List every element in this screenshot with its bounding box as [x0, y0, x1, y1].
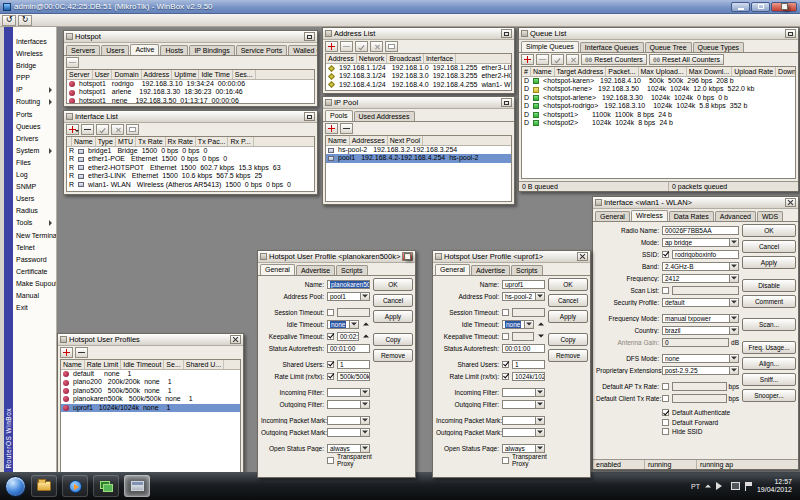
- add-button[interactable]: [66, 124, 79, 135]
- table-row[interactable]: hotspot1 nene 192.168.3.5001:13:17 00:00…: [67, 97, 314, 104]
- sidebar-item-tools[interactable]: Tools: [13, 217, 56, 229]
- dropdown-arrow-icon[interactable]: [361, 388, 370, 397]
- outgoing-filter-field[interactable]: [502, 400, 536, 409]
- keepalive-checkbox[interactable]: [502, 333, 509, 340]
- add-button[interactable]: [325, 123, 338, 134]
- tab-servers[interactable]: Servers: [66, 45, 100, 55]
- dropdown-arrow-icon[interactable]: [536, 444, 545, 453]
- close-button[interactable]: [785, 198, 796, 207]
- comment-button[interactable]: [126, 124, 139, 135]
- tab-ip-bindings[interactable]: IP Bindings: [189, 45, 234, 55]
- address-pool-field[interactable]: hs-pool-2: [502, 292, 536, 301]
- tab-active[interactable]: Active: [130, 44, 159, 55]
- keepalive-field[interactable]: 00:02:00: [337, 332, 359, 341]
- security-profile-field[interactable]: default: [662, 298, 730, 307]
- remove-button[interactable]: [536, 54, 549, 65]
- open-status-page-field[interactable]: always: [502, 444, 536, 453]
- default-forward-checkbox[interactable]: [662, 419, 669, 426]
- taskbar-network-button[interactable]: [93, 475, 119, 497]
- interface-list-titlebar[interactable]: Interface List: [64, 111, 317, 123]
- copy-button[interactable]: Copy: [373, 333, 413, 346]
- language-indicator[interactable]: PT: [691, 483, 700, 490]
- sidebar-item-ppp[interactable]: PPP: [13, 72, 56, 84]
- sidebar-item-drivers[interactable]: Drivers: [13, 133, 56, 145]
- session-timeout-checkbox[interactable]: [327, 309, 334, 316]
- dropdown-arrow-icon[interactable]: [730, 298, 739, 307]
- frequency-field[interactable]: 2412: [662, 274, 730, 283]
- sidebar-item-log[interactable]: Log: [13, 169, 56, 181]
- network-status-icon[interactable]: [731, 482, 740, 490]
- table-row[interactable]: D <hotspot-arlene> 192.168.3.30 1024k102…: [522, 94, 795, 102]
- maximize-button[interactable]: [501, 98, 512, 107]
- remove-button[interactable]: [340, 123, 353, 134]
- shared-users-field[interactable]: 1: [512, 360, 545, 369]
- table-row[interactable]: hotspot1 arlene 192.168.3.3018:36:23 00:…: [67, 88, 314, 96]
- tab-hosts[interactable]: Hosts: [160, 45, 188, 55]
- tab-pools[interactable]: Pools: [325, 110, 353, 121]
- dropdown-arrow-icon[interactable]: [536, 292, 545, 301]
- scan-button[interactable]: Scan...: [742, 318, 796, 331]
- band-field[interactable]: 2.4GHz-B: [662, 262, 730, 271]
- tab-scripts[interactable]: Scripts: [336, 265, 367, 275]
- close-button[interactable]: [402, 252, 413, 261]
- dropdown-arrow-icon[interactable]: [361, 444, 370, 453]
- proprietary-extensions-field[interactable]: post-2.9.25: [662, 366, 730, 375]
- maximize-button[interactable]: [304, 32, 315, 41]
- sidebar-item-make-supout[interactable]: Make Supout.rif: [13, 278, 56, 290]
- tab-advertise[interactable]: Advertise: [296, 265, 335, 275]
- sidebar-item-new-terminal[interactable]: New Terminal: [13, 230, 56, 242]
- add-button[interactable]: [325, 41, 338, 52]
- table-row[interactable]: D <hotspot1> 1100k1100k 8 bps24 b: [522, 111, 795, 119]
- sidebar-item-queues[interactable]: Queues: [13, 121, 56, 133]
- tab-scripts[interactable]: Scripts: [511, 265, 542, 275]
- dropdown-arrow-icon[interactable]: [361, 400, 370, 409]
- tab-general[interactable]: General: [435, 264, 470, 275]
- table-row[interactable]: D <hotspot2> 1024k1024k 8 bps24 b: [522, 119, 795, 127]
- maximize-button[interactable]: [304, 112, 315, 121]
- rate-limit-checkbox[interactable]: [502, 373, 509, 380]
- remove-button[interactable]: [81, 124, 94, 135]
- hide-ssid-checkbox[interactable]: [662, 428, 669, 435]
- shared-users-field[interactable]: 1: [337, 360, 370, 369]
- remove-button[interactable]: [75, 347, 88, 358]
- transparent-proxy-checkbox[interactable]: [502, 457, 509, 464]
- spin-up-icon[interactable]: [536, 320, 545, 329]
- outgoing-packet-mark-field[interactable]: [327, 428, 361, 437]
- sidebar-item-certificate[interactable]: Certificate: [13, 266, 56, 278]
- table-header[interactable]: ServerUser DomainAddress UptimeIdle Time…: [67, 70, 314, 80]
- dialog-titlebar[interactable]: Hotspot User Profile <planokaren500k>: [258, 251, 415, 263]
- sidebar-item-routing[interactable]: Routing: [13, 96, 56, 108]
- queue-list-titlebar[interactable]: Queue List: [519, 28, 798, 40]
- enable-button[interactable]: [355, 41, 368, 52]
- apply-button[interactable]: Apply: [548, 310, 588, 323]
- sidebar-item-system[interactable]: System: [13, 145, 56, 157]
- apply-button[interactable]: Apply: [373, 310, 413, 323]
- tab-advertise[interactable]: Advertise: [471, 265, 510, 275]
- tab-wireless[interactable]: Wireless: [631, 210, 668, 221]
- disable-button[interactable]: [566, 54, 579, 65]
- taskbar-explorer-button[interactable]: [31, 475, 57, 497]
- snooper-button[interactable]: Snooper...: [742, 389, 796, 402]
- cancel-button[interactable]: Cancel: [742, 240, 796, 253]
- name-field[interactable]: planokaren500k: [327, 280, 370, 289]
- session-timeout-checkbox[interactable]: [502, 309, 509, 316]
- start-button[interactable]: [5, 476, 26, 497]
- add-button[interactable]: [60, 347, 73, 358]
- mode-field[interactable]: ap bridge: [662, 238, 730, 247]
- table-header[interactable]: NameAddressesNext Pool: [326, 136, 511, 146]
- ok-button[interactable]: OK: [742, 224, 796, 237]
- sidebar-item-ip[interactable]: IP: [13, 84, 56, 96]
- reset-all-counters-button[interactable]: 00 Reset All Counters: [649, 54, 724, 65]
- transparent-proxy-checkbox[interactable]: [327, 457, 334, 464]
- incoming-packet-mark-field[interactable]: [502, 416, 536, 425]
- close-button[interactable]: [577, 252, 588, 261]
- spin-down-icon[interactable]: [536, 332, 545, 341]
- table-header[interactable]: AddressNetwork BroadcastInterface: [326, 54, 511, 64]
- sidebar-item-snmp[interactable]: SNMP: [13, 181, 56, 193]
- sidebar-item-files[interactable]: Files: [13, 157, 56, 169]
- comment-button[interactable]: [385, 41, 398, 52]
- freq-usage-button[interactable]: Freq. Usage...: [742, 341, 796, 354]
- open-status-page-field[interactable]: always: [327, 444, 361, 453]
- dropdown-arrow-icon[interactable]: [350, 320, 359, 329]
- remove-button[interactable]: [66, 57, 79, 68]
